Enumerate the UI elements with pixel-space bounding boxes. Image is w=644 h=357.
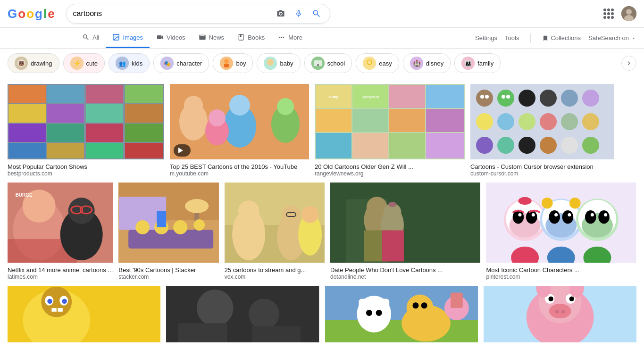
- svg-point-49: [184, 96, 203, 115]
- collections-link[interactable]: Collections: [542, 34, 581, 42]
- avatar[interactable]: [621, 6, 636, 21]
- svg-rect-70: [426, 133, 464, 158]
- svg-point-197: [548, 296, 553, 301]
- result-source-3: rangeviewnews.org: [315, 170, 465, 177]
- safesearch-dropdown[interactable]: SafeSearch on: [588, 34, 636, 42]
- tab-images[interactable]: Images: [106, 28, 150, 48]
- search-input[interactable]: [73, 9, 270, 18]
- svg-rect-171: [51, 308, 56, 312]
- filter-chip-cute[interactable]: ⚡ cute: [63, 53, 105, 73]
- filter-thumb-img-drawing: 🐻: [15, 57, 28, 70]
- svg-point-91: [582, 137, 599, 154]
- svg-rect-177: [252, 326, 301, 342]
- filter-chip-disney[interactable]: 🏰 disney: [403, 53, 451, 73]
- voice-search-button[interactable]: [292, 7, 305, 20]
- filter-thumb-family: 👨‍👩‍👧: [461, 57, 475, 70]
- svg-rect-41: [125, 124, 163, 142]
- filter-chip-boy[interactable]: boy: [213, 53, 253, 73]
- search-small-icon: [82, 33, 90, 41]
- filter-label-boy: boy: [236, 60, 246, 67]
- svg-rect-39: [47, 124, 84, 142]
- result-card-11[interactable]: [166, 286, 319, 344]
- result-card-3[interactable]: Ruby SpongeBob 20 Old Cartoons Older Gen…: [315, 84, 465, 177]
- google-logo[interactable]: Google: [8, 7, 55, 21]
- svg-point-92: [480, 95, 484, 99]
- svg-point-74: [476, 90, 493, 107]
- grid-dot: [611, 12, 614, 15]
- result-title-8: Date People Who Don't Love Cartoons ...: [330, 266, 481, 274]
- svg-rect-43: [47, 143, 84, 158]
- tab-all[interactable]: All: [75, 28, 106, 48]
- result-title-7: 25 cartoons to stream and g...: [225, 266, 325, 274]
- tools-link[interactable]: Tools: [505, 34, 519, 42]
- svg-point-198: [569, 296, 574, 301]
- tab-books-label: Books: [248, 34, 265, 41]
- result-card-4[interactable]: Cartoons - Custom Cursor browser extensi…: [470, 84, 614, 177]
- filter-thumb-cute: ⚡: [70, 57, 84, 70]
- svg-point-84: [561, 113, 578, 130]
- tab-videos-label: Videos: [167, 34, 185, 41]
- tab-books[interactable]: Books: [231, 28, 271, 48]
- svg-text:🐻: 🐻: [18, 60, 25, 66]
- result-card-8[interactable]: Date People Who Don't Love Cartoons ... …: [330, 183, 481, 280]
- result-image-8: [330, 183, 481, 263]
- filter-chip-kids[interactable]: 👥 kids: [109, 53, 150, 73]
- filter-scroll-right-button[interactable]: [621, 56, 636, 71]
- svg-point-89: [540, 137, 557, 154]
- result-card-13[interactable]: [484, 286, 636, 344]
- svg-point-175: [249, 299, 279, 330]
- tab-news[interactable]: News: [192, 28, 231, 48]
- svg-rect-135: [382, 230, 404, 261]
- apps-button[interactable]: [603, 8, 614, 19]
- svg-point-174: [197, 290, 234, 326]
- filter-chip-family[interactable]: 👨‍👩‍👧 family: [454, 53, 501, 73]
- logo-o1: o: [18, 7, 25, 21]
- result-title-3: 20 Old Cartoons Older Gen Z Will ...: [315, 163, 465, 170]
- result-card-2[interactable]: Top 25 BEST Cartoons of the 2010s - YouT…: [170, 84, 309, 177]
- tab-videos[interactable]: Videos: [150, 28, 192, 48]
- search-submit-button[interactable]: [310, 7, 323, 20]
- results-row-3: [8, 286, 636, 344]
- filter-chip-baby[interactable]: baby: [257, 53, 300, 73]
- result-img-wrapper-1: [8, 84, 164, 161]
- result-card-12[interactable]: [325, 286, 478, 344]
- result-source-8: dotandline.net: [330, 274, 481, 280]
- filter-chip-character[interactable]: 🎭 character: [153, 53, 209, 73]
- svg-point-1: [626, 9, 632, 15]
- result-card-1[interactable]: Most Popular Cartoon Shows bestproducts.…: [8, 84, 164, 177]
- result-source-9: pinterest.com: [486, 274, 636, 280]
- svg-point-90: [561, 137, 578, 154]
- filter-chip-school[interactable]: school: [304, 53, 352, 73]
- svg-rect-45: [125, 143, 163, 158]
- camera-search-button[interactable]: [274, 7, 287, 20]
- mic-icon: [294, 9, 303, 18]
- svg-rect-37: [125, 104, 163, 123]
- settings-link[interactable]: Settings: [475, 34, 497, 42]
- result-image-11: [166, 286, 319, 342]
- svg-point-120: [238, 200, 259, 221]
- grid-dot: [607, 16, 610, 19]
- result-card-7[interactable]: 25 cartoons to stream and g... vox.com: [225, 183, 325, 280]
- logo-o2: o: [26, 7, 34, 21]
- svg-text:👨‍👩‍👧: 👨‍👩‍👧: [465, 60, 472, 67]
- result-card-5[interactable]: BURGE Netflix and 14 more anime, cartoon…: [8, 183, 113, 280]
- grid-dot: [603, 12, 606, 15]
- svg-rect-16: [224, 64, 229, 67]
- result-card-10[interactable]: [8, 286, 160, 344]
- svg-point-150: [555, 213, 558, 216]
- svg-point-159: [591, 213, 594, 216]
- svg-rect-179: [325, 320, 478, 342]
- svg-point-125: [301, 206, 318, 223]
- svg-rect-21: [317, 64, 319, 66]
- result-card-6[interactable]: Best '90s Cartoons | Stacker stacker.com: [118, 183, 218, 280]
- result-card-9[interactable]: Most Iconic Cartoon Characters ... pinte…: [486, 183, 636, 280]
- header: Google: [0, 0, 644, 28]
- filter-thumb-img-kids: 👥: [116, 57, 129, 70]
- filter-chip-drawing[interactable]: 🐻 drawing: [8, 53, 59, 73]
- filter-thumb-kids: 👥: [116, 57, 129, 70]
- svg-point-86: [476, 137, 493, 154]
- result-title-1: Most Popular Cartoon Shows: [8, 163, 164, 170]
- filter-chip-easy[interactable]: easy: [356, 53, 399, 73]
- tab-more[interactable]: More: [271, 28, 309, 48]
- result-img-wrapper-4: [470, 84, 614, 161]
